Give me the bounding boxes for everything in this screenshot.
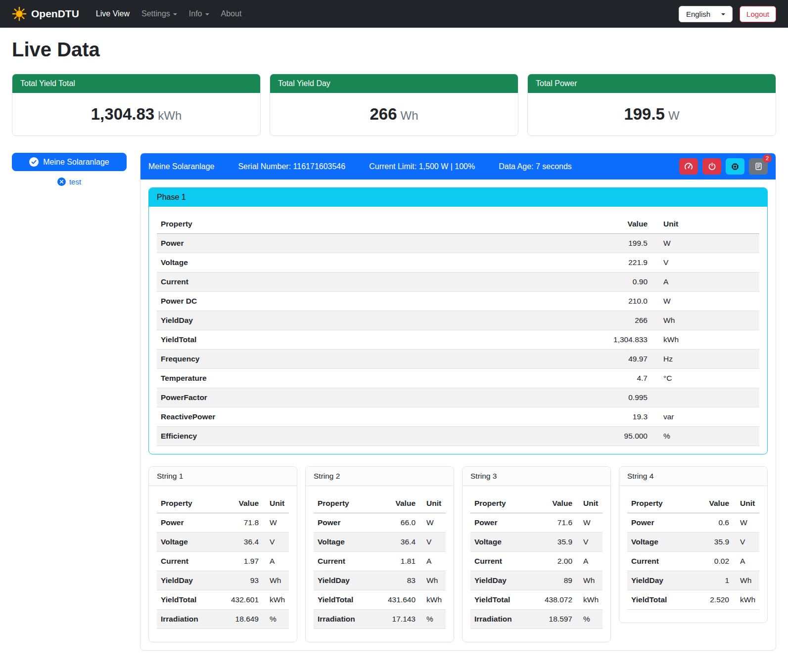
nav-item-settings[interactable]: Settings	[137, 5, 182, 22]
unit-cell: %	[651, 427, 759, 446]
unit-cell: W	[651, 292, 759, 311]
property-cell: YieldDay	[157, 571, 226, 590]
unit-cell: W	[263, 513, 289, 533]
string-card-body: PropertyValueUnitPower71.6WVoltage35.9VC…	[463, 486, 610, 642]
nav-item-about[interactable]: About	[216, 5, 247, 22]
summary-card-value: 199.5	[624, 105, 665, 123]
summary-card-unit: Wh	[401, 109, 418, 122]
unit-cell: V	[576, 533, 603, 552]
logout-button[interactable]: Logout	[740, 6, 776, 22]
table-row-current: Current2.00A	[470, 552, 603, 571]
value-cell: 0.995	[604, 388, 651, 407]
device-info-button[interactable]	[726, 158, 744, 175]
phase-table: PropertyValueUnitPower199.5WVoltage221.9…	[157, 215, 759, 446]
column-header-value: Value	[696, 494, 733, 513]
value-cell: 95.000	[604, 427, 651, 446]
property-cell: YieldTotal	[157, 330, 604, 350]
value-cell: 0.6	[696, 513, 733, 533]
app-brand[interactable]: OpenDTU	[12, 6, 79, 21]
inverter-card-header: Meine Solaranlage Serial Number: 1161716…	[140, 153, 776, 179]
summary-card-unit: W	[668, 109, 680, 122]
summary-cards-row: Total Yield Total 1,304.83kWh Total Yiel…	[12, 74, 776, 136]
content-row: Meine Solaranlage test Meine Solaranlage…	[12, 153, 776, 651]
string-card-title: String 4	[619, 467, 767, 486]
summary-card-total-power: Total Power 199.5W	[527, 74, 776, 136]
table-row-voltage: Voltage221.9V	[157, 253, 759, 272]
power-toggle-button[interactable]	[702, 158, 721, 175]
page-title: Live Data	[12, 39, 776, 61]
column-header-unit: Unit	[651, 215, 759, 234]
table-row-irradiation: Irradiation18.649%	[157, 610, 289, 629]
nav-item-label: Live View	[96, 9, 130, 18]
unit-cell: %	[263, 610, 289, 629]
table-row-power: Power0.6W	[627, 513, 759, 533]
string-card-3: String 3PropertyValueUnitPower71.6WVolta…	[462, 466, 611, 642]
limit-settings-button[interactable]	[679, 158, 698, 175]
value-cell: 2.520	[696, 590, 733, 610]
table-row-irradiation: Irradiation17.143%	[314, 610, 446, 629]
unit-cell: Wh	[263, 571, 289, 590]
value-cell: 17.143	[383, 610, 419, 629]
column-header-value: Value	[226, 494, 263, 513]
property-cell: Power	[627, 513, 696, 533]
table-row-current: Current0.02A	[627, 552, 759, 571]
value-cell: 1.81	[383, 552, 419, 571]
table-row-yieldday: YieldDay266Wh	[157, 311, 759, 330]
unit-cell: V	[651, 253, 759, 272]
inverter-select-button[interactable]: Meine Solaranlage	[12, 153, 127, 171]
inverter-sidebar: Meine Solaranlage test	[12, 153, 127, 186]
value-cell: 49.97	[604, 350, 651, 369]
column-header-property: Property	[314, 494, 383, 513]
unit-cell	[651, 388, 759, 407]
event-log-button[interactable]: 2	[749, 158, 768, 175]
phase-card: Phase 1 PropertyValueUnitPower199.5WVolt…	[148, 187, 768, 454]
table-header-row: PropertyValueUnit	[627, 494, 759, 513]
property-cell: Irradiation	[314, 610, 383, 629]
inverter-data-age: Data Age: 7 seconds	[499, 162, 572, 171]
chevron-down-icon	[205, 13, 209, 15]
inverter-card-body: Phase 1 PropertyValueUnitPower199.5WVolt…	[140, 179, 776, 650]
unit-cell: A	[419, 552, 446, 571]
value-cell: 438.072	[540, 590, 576, 610]
value-cell: 1.97	[226, 552, 263, 571]
unit-cell: A	[576, 552, 603, 571]
live-data-page: Live Data Total Yield Total 1,304.83kWh …	[0, 39, 788, 671]
value-cell: 221.9	[604, 253, 651, 272]
string-table-1: PropertyValueUnitPower71.8WVoltage36.4VC…	[157, 494, 289, 629]
property-cell: Current	[157, 272, 604, 292]
table-row-irradiation: Irradiation18.597%	[470, 610, 603, 629]
property-cell: Power	[157, 234, 604, 253]
property-cell: Irradiation	[470, 610, 540, 629]
unit-cell: %	[419, 610, 446, 629]
property-cell: Voltage	[157, 533, 226, 552]
property-cell: Voltage	[627, 533, 696, 552]
property-cell: YieldDay	[314, 571, 383, 590]
string-card-title: String 3	[463, 467, 610, 486]
property-cell: Current	[627, 552, 696, 571]
column-header-unit: Unit	[733, 494, 759, 513]
nav-item-info[interactable]: Info	[184, 5, 214, 22]
table-row-voltage: Voltage35.9V	[470, 533, 603, 552]
table-header-row: PropertyValueUnit	[157, 215, 759, 234]
unit-cell: Wh	[576, 571, 603, 590]
property-cell: YieldTotal	[314, 590, 383, 610]
string-table-3: PropertyValueUnitPower71.6WVoltage35.9VC…	[470, 494, 603, 629]
table-row-voltage: Voltage35.9V	[627, 533, 759, 552]
property-cell: Power	[157, 513, 226, 533]
summary-card-unit: kWh	[158, 109, 182, 122]
table-row-current: Current1.81A	[314, 552, 446, 571]
property-cell: Power	[470, 513, 540, 533]
inverter-select-label: Meine Solaranlage	[43, 158, 109, 167]
nav-item-live-view[interactable]: Live View	[91, 5, 135, 22]
unit-cell: %	[576, 610, 603, 629]
language-select[interactable]: English	[679, 6, 733, 22]
unit-cell: kWh	[733, 590, 759, 610]
property-cell: Temperature	[157, 369, 604, 388]
property-cell: Current	[314, 552, 383, 571]
value-cell: 0.02	[696, 552, 733, 571]
value-cell: 89	[540, 571, 576, 590]
value-cell: 18.597	[540, 610, 576, 629]
sidebar-item-test[interactable]: test	[12, 178, 127, 186]
brand-label: OpenDTU	[31, 8, 79, 20]
property-cell: PowerFactor	[157, 388, 604, 407]
